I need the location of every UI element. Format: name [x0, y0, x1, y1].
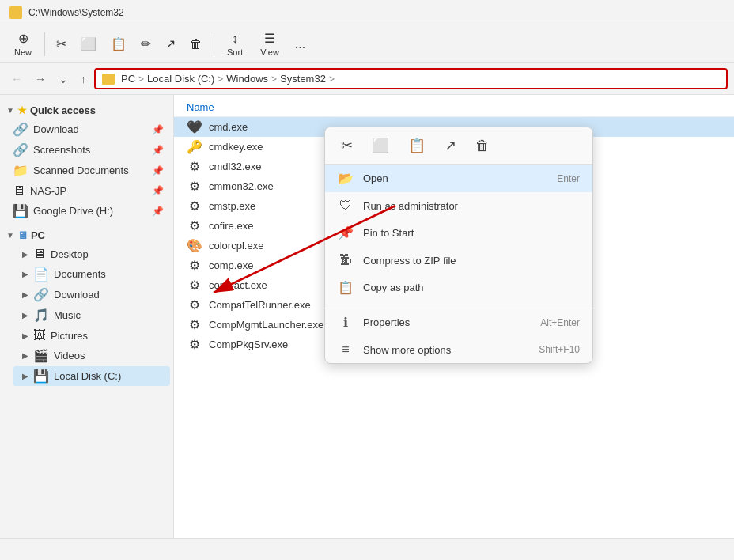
sidebar-item-screenshots[interactable]: 🔗 Screenshots 📌	[3, 140, 170, 160]
pin-icon-download: 📌	[152, 124, 164, 135]
more-button[interactable]: ...	[289, 28, 312, 60]
rename-button[interactable]: ✏	[134, 28, 157, 60]
up-button[interactable]: ↑	[76, 70, 91, 89]
ctx-shortcut-open: Enter	[557, 173, 580, 184]
ctx-item-run-admin[interactable]: 🛡 Run as administrator	[325, 192, 592, 219]
ctx-label-run-admin: Run as administrator	[363, 200, 570, 212]
chevron-down-icon: ▼	[6, 106, 14, 115]
ctx-paste-button[interactable]: 📋	[402, 134, 432, 157]
compattel-icon: ⚙	[187, 297, 202, 312]
colorcpl-icon: 🎨	[187, 238, 202, 253]
compact-icon: ⚙	[187, 278, 202, 293]
sidebar-item-google-drive[interactable]: 💾 Google Drive (H:) 📌	[3, 201, 170, 221]
comp-icon: ⚙	[187, 258, 202, 273]
path-system32[interactable]: System32	[280, 73, 326, 85]
sidebar-label-documents: Documents	[54, 268, 106, 280]
ctx-item-pin[interactable]: 📌 Pin to Start	[325, 219, 592, 247]
sidebar-item-documents[interactable]: ▶ 📄 Documents	[13, 264, 170, 284]
chevron-right-music: ▶	[22, 311, 28, 320]
path-windows[interactable]: Windows	[226, 73, 268, 85]
pin-icon-scanned: 📌	[152, 165, 164, 176]
ctx-item-copy-path[interactable]: 📋 Copy as path	[325, 274, 592, 301]
pc-header[interactable]: ▼ 🖥 PC	[3, 226, 170, 243]
cmdl32-icon: ⚙	[187, 159, 202, 174]
pin-to-start-icon: 📌	[338, 225, 354, 240]
context-toolbar: ✂ ⬜ 📋 ↗ 🗑	[325, 127, 592, 165]
new-icon: ⊕	[18, 31, 28, 46]
delete-button[interactable]: 🗑	[184, 28, 209, 60]
star-icon: ★	[17, 104, 27, 116]
desktop-icon: 🖥	[33, 247, 46, 261]
path-folder-icon	[102, 74, 115, 85]
chevron-right-local-disk: ▶	[22, 372, 28, 380]
quick-access-header[interactable]: ▼ ★ Quick access	[3, 101, 170, 118]
toolbar: ⊕ New ✂ ⬜ 📋 ✏ ↗ 🗑 ↕ Sort ☰ View ...	[0, 25, 734, 63]
sidebar-label-screenshots: Screenshots	[33, 144, 90, 156]
file-name-comppkg: CompPkgSrv.exe	[209, 339, 288, 350]
quick-access-section: ▼ ★ Quick access 🔗 Download 📌 🔗 Screensh…	[0, 98, 173, 223]
ctx-item-properties[interactable]: ℹ Properties Alt+Enter	[325, 308, 592, 336]
videos-icon: 🎬	[33, 348, 49, 363]
ctx-delete-button[interactable]: 🗑	[469, 134, 496, 157]
context-divider	[325, 305, 592, 305]
forward-button[interactable]: →	[30, 70, 51, 89]
sidebar-label-nas: NAS-JP	[30, 185, 66, 197]
sidebar-label-pictures: Pictures	[51, 330, 88, 342]
title-bar: C:\Windows\System32	[0, 0, 734, 25]
column-name[interactable]: Name	[187, 101, 214, 113]
ctx-shortcut-properties: Alt+Enter	[540, 317, 580, 328]
ctx-cut-button[interactable]: ✂	[335, 134, 359, 157]
nas-icon: 🖥	[13, 184, 25, 198]
sidebar-item-music[interactable]: ▶ 🎵 Music	[13, 305, 170, 325]
chevron-right-documents: ▶	[22, 270, 28, 278]
new-button[interactable]: ⊕ New	[6, 28, 40, 60]
cut-button[interactable]: ✂	[50, 28, 73, 60]
path-sep-1: >	[138, 74, 144, 85]
sidebar-item-local-disk[interactable]: ▶ 💾 Local Disk (C:)	[13, 366, 170, 386]
ctx-item-compress[interactable]: 🗜 Compress to ZIP file	[325, 247, 592, 274]
sidebar-item-nas[interactable]: 🖥 NAS-JP 📌	[3, 181, 170, 200]
file-name-compmgmt: CompMgmtLauncher.exe	[209, 319, 323, 331]
path-local-disk[interactable]: Local Disk (C:)	[147, 73, 214, 85]
sort-button[interactable]: ↕ Sort	[219, 28, 251, 60]
recent-button[interactable]: ⌄	[54, 70, 73, 89]
sidebar-item-pictures[interactable]: ▶ 🖼 Pictures	[13, 326, 170, 345]
sidebar-item-videos[interactable]: ▶ 🎬 Videos	[13, 346, 170, 365]
download-icon: 🔗	[13, 122, 28, 137]
file-name-cmstp: cmstp.exe	[209, 200, 255, 212]
status-bar	[0, 538, 734, 560]
pc-icon: 🖥	[17, 229, 28, 241]
ctx-label-copy-path: Copy as path	[363, 282, 570, 293]
main-layout: ▼ ★ Quick access 🔗 Download 📌 🔗 Screensh…	[0, 95, 734, 538]
back-button[interactable]: ←	[6, 70, 27, 89]
screenshots-icon: 🔗	[13, 142, 28, 157]
file-name-colorcpl: colorcpl.exe	[209, 240, 263, 252]
ctx-item-open[interactable]: 📂 Open Enter	[325, 165, 592, 192]
sidebar-item-download-quick[interactable]: 🔗 Download 📌	[3, 119, 170, 139]
view-button[interactable]: ☰ View	[252, 28, 287, 60]
paste-button[interactable]: 📋	[104, 28, 133, 60]
sidebar-item-scanned[interactable]: 📁 Scanned Documents 📌	[3, 161, 170, 180]
folder-icon	[9, 6, 22, 19]
ctx-label-more-options: Show more options	[363, 344, 529, 356]
copy-button[interactable]: ⬜	[74, 28, 103, 60]
ctx-label-compress: Compress to ZIP file	[363, 255, 570, 267]
ctx-copy-button[interactable]: ⬜	[365, 134, 395, 157]
file-name-compattel: CompatTelRunner.exe	[209, 299, 311, 311]
pin-icon-gdrive: 📌	[152, 206, 164, 217]
download-pc-icon: 🔗	[33, 287, 49, 302]
chevron-right-videos: ▶	[22, 351, 28, 360]
path-pc[interactable]: PC	[121, 73, 135, 85]
sidebar-label-videos: Videos	[54, 350, 85, 361]
ctx-share-button[interactable]: ↗	[438, 134, 463, 157]
open-icon: 📂	[338, 171, 354, 186]
separator-2	[214, 32, 214, 56]
sidebar-item-download-pc[interactable]: ▶ 🔗 Download	[13, 285, 170, 305]
ctx-shortcut-more-options: Shift+F10	[539, 344, 580, 355]
address-path[interactable]: PC > Local Disk (C:) > Windows > System3…	[94, 68, 728, 89]
file-name-compact: compact.exe	[209, 279, 267, 291]
file-name-comp: comp.exe	[209, 259, 253, 271]
share-button[interactable]: ↗	[159, 28, 182, 60]
ctx-item-more-options[interactable]: ≡ Show more options Shift+F10	[325, 336, 592, 363]
sidebar-item-desktop[interactable]: ▶ 🖥 Desktop	[13, 244, 170, 263]
